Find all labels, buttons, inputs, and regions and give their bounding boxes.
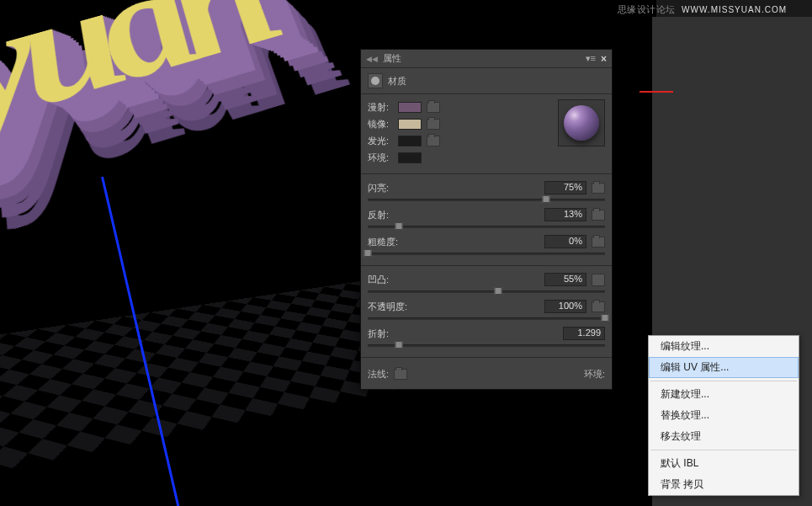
shine-folder-icon[interactable] [592, 183, 605, 194]
reflect-label: 反射: [368, 209, 410, 221]
axis-red-segment [640, 91, 673, 93]
shine-label: 闪亮: [368, 182, 410, 194]
watermark-text: 思缘设计论坛 [618, 4, 676, 14]
diffuse-swatch[interactable] [398, 102, 422, 113]
shine-value[interactable]: 75% [544, 181, 586, 194]
refract-value[interactable]: 1.299 [563, 327, 605, 340]
env-label: 环境: [584, 368, 605, 381]
reflect-slider[interactable] [368, 221, 605, 232]
menu-default-ibl[interactable]: 默认 IBL [649, 453, 799, 474]
preview-sphere-icon [564, 105, 599, 141]
rough-slider[interactable] [368, 248, 605, 258]
axis-x [0, 88, 7, 213]
specular-swatch[interactable] [398, 119, 422, 130]
rough-folder-icon[interactable] [592, 237, 605, 248]
3d-text-object[interactable]: ssyuan [0, 0, 298, 201]
rough-value[interactable]: 0% [544, 235, 586, 248]
collapse-icon[interactable]: ◀◀ [366, 55, 378, 63]
shine-slider[interactable] [368, 194, 605, 205]
menu-edit-texture[interactable]: 编辑纹理... [649, 336, 799, 357]
ambient-row: 环境: [368, 150, 553, 165]
menu-remove-texture[interactable]: 移去纹理 [649, 426, 799, 447]
material-tab-icon[interactable] [368, 73, 383, 88]
opacity-label: 不透明度: [368, 301, 410, 313]
normal-label: 法线: [368, 368, 389, 381]
glow-row: 发光: [368, 133, 553, 148]
opacity-value[interactable]: 100% [544, 300, 586, 313]
bump-doc-icon[interactable] [592, 274, 605, 286]
close-icon[interactable]: × [601, 53, 607, 65]
opacity-folder-icon[interactable] [592, 301, 605, 312]
watermark: 思缘设计论坛 WWW.MISSYUAN.COM [618, 3, 787, 16]
bump-value[interactable]: 55% [544, 273, 586, 286]
reflect-value[interactable]: 13% [544, 208, 586, 221]
panel-section-header: 材质 [361, 68, 612, 94]
menu-replace-texture[interactable]: 替换纹理... [649, 405, 799, 426]
menu-new-texture[interactable]: 新建纹理... [649, 384, 799, 405]
panel-title: 属性 [383, 52, 401, 65]
properties-panel[interactable]: ◀◀ 属性 ▾≡ × 材质 漫射: 镜像: [360, 49, 613, 390]
bump-slider[interactable] [368, 286, 605, 296]
bump-label: 凹凸: [368, 274, 410, 286]
menu-separator [650, 450, 797, 450]
context-menu[interactable]: 编辑纹理... 编辑 UV 属性... 新建纹理... 替换纹理... 移去纹理… [648, 335, 799, 496]
normal-folder-icon[interactable] [394, 369, 407, 380]
watermark-domain: WWW.MISSYUAN.COM [682, 5, 787, 14]
panel-menu-icon[interactable]: ▾≡ [586, 53, 596, 64]
ambient-label: 环境: [368, 152, 393, 164]
diffuse-folder-icon[interactable] [427, 102, 440, 113]
menu-separator [650, 381, 797, 381]
rough-label: 粗糙度: [368, 236, 410, 248]
glow-swatch[interactable] [398, 136, 422, 146]
glow-label: 发光: [368, 135, 393, 147]
ambient-swatch[interactable] [398, 152, 422, 163]
diffuse-row: 漫射: [368, 99, 553, 115]
menu-edit-uv-props[interactable]: 编辑 UV 属性... [649, 357, 799, 378]
specular-label: 镜像: [368, 118, 393, 130]
refract-slider[interactable] [368, 340, 605, 350]
panel-header[interactable]: ◀◀ 属性 ▾≡ × [361, 50, 612, 68]
reflect-folder-icon[interactable] [592, 210, 605, 221]
menu-bg-copy[interactable]: 背景 拷贝 [649, 474, 799, 495]
specular-row: 镜像: [368, 116, 553, 131]
refract-label: 折射: [368, 328, 410, 340]
glow-folder-icon[interactable] [427, 136, 440, 146]
specular-folder-icon[interactable] [427, 119, 440, 130]
diffuse-label: 漫射: [368, 101, 393, 114]
opacity-slider[interactable] [368, 313, 605, 323]
section-title: 材质 [388, 75, 406, 88]
material-preview[interactable] [558, 99, 605, 146]
